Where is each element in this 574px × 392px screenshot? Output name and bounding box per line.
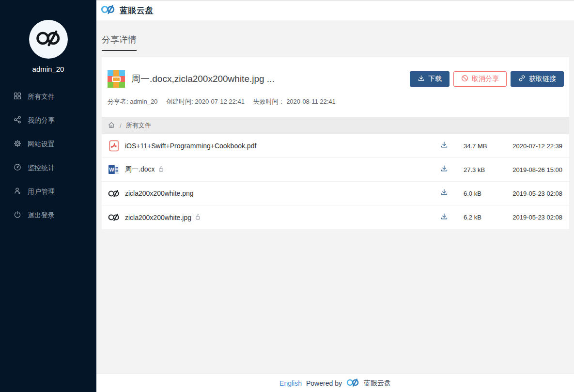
row-download-icon[interactable] xyxy=(440,213,464,222)
file-date: 2019-08-26 15:00 xyxy=(508,166,562,173)
avatar[interactable] xyxy=(29,20,68,59)
image-infinity-icon xyxy=(108,189,120,198)
sidebar: admin_20 所有文件 xyxy=(0,0,96,392)
footer: English Powered by 蓝眼云盘 xyxy=(96,374,574,392)
expire-value: 2020-08-11 22:41 xyxy=(286,98,336,105)
sidebar-item-label: 我的分享 xyxy=(28,116,55,125)
breadcrumb-separator: / xyxy=(120,122,122,129)
sidebar-item-label: 网站设置 xyxy=(28,140,55,149)
content-area: 分享详情 周一.docx,zicla200x200white.jpg ... xyxy=(96,20,574,374)
sidebar-item-user-management[interactable]: 用户管理 xyxy=(0,180,96,204)
page-title: 分享详情 xyxy=(102,34,137,51)
file-row-pdf[interactable]: iOS+11+Swift+Programming+Cookbook.pdf 34… xyxy=(102,134,569,158)
app-title[interactable]: 蓝眼云盘 xyxy=(120,5,154,16)
file-row-png[interactable]: zicla200x200white.png 6.0 kB 2019-05-23 … xyxy=(102,182,569,205)
share-title: 周一.docx,zicla200x200white.jpg ... xyxy=(131,73,410,85)
sidebar-item-site-settings[interactable]: 网站设置 xyxy=(0,132,96,156)
share-meta: 分享者: admin_20 创建时间: 2020-07-12 22:41 失效时… xyxy=(102,93,569,117)
sidebar-item-logout[interactable]: 退出登录 xyxy=(0,204,96,227)
zip-archive-icon xyxy=(108,70,125,88)
created-label: 创建时间: xyxy=(166,98,193,105)
powered-by-text: Powered by xyxy=(306,379,342,387)
unlock-icon xyxy=(195,214,201,221)
main-area: 蓝眼云盘 分享详情 周一.docx,zicla200x200white.jpg … xyxy=(96,0,574,392)
file-size: 6.2 kB xyxy=(464,214,508,221)
footer-brand-link[interactable]: 蓝眼云盘 xyxy=(364,379,391,388)
file-list: iOS+11+Swift+Programming+Cookbook.pdf 34… xyxy=(102,134,569,229)
sidebar-username: admin_20 xyxy=(0,65,96,73)
file-row-jpg[interactable]: zicla200x200white.jpg xyxy=(102,205,569,229)
breadcrumb: / 所有文件 xyxy=(102,117,569,134)
file-size: 27.3 kB xyxy=(464,166,508,173)
sharer-label: 分享者: xyxy=(108,98,128,105)
gear-icon xyxy=(14,140,21,149)
sidebar-item-label: 退出登录 xyxy=(28,211,55,220)
svg-text:W: W xyxy=(109,167,114,172)
grid-icon xyxy=(14,92,21,101)
language-link[interactable]: English xyxy=(279,379,302,387)
gauge-icon xyxy=(14,163,21,172)
power-icon xyxy=(14,211,21,220)
row-download-icon[interactable] xyxy=(440,141,464,151)
file-name[interactable]: zicla200x200white.png xyxy=(125,189,440,197)
cancel-share-button[interactable]: 取消分享 xyxy=(453,71,507,87)
share-icon xyxy=(14,116,21,125)
download-icon xyxy=(418,75,425,83)
file-date: 2019-05-23 02:08 xyxy=(508,214,562,221)
get-link-button[interactable]: 获取链接 xyxy=(511,71,564,87)
prohibition-icon xyxy=(461,75,468,83)
top-header: 蓝眼云盘 xyxy=(96,0,574,20)
created-value: 2020-07-12 22:41 xyxy=(195,98,245,105)
file-name[interactable]: zicla200x200white.jpg xyxy=(125,214,440,221)
sharer-value: admin_20 xyxy=(130,98,157,105)
download-button[interactable]: 下载 xyxy=(410,71,450,87)
file-date: 2020-07-12 22:39 xyxy=(508,142,562,150)
file-name[interactable]: iOS+11+Swift+Programming+Cookbook.pdf xyxy=(125,142,440,150)
pdf-file-icon xyxy=(108,140,120,152)
file-name[interactable]: 周一.docx xyxy=(125,165,440,174)
share-head: 周一.docx,zicla200x200white.jpg ... 下载 xyxy=(102,57,569,93)
file-date: 2019-05-23 02:08 xyxy=(508,190,562,197)
file-row-docx[interactable]: W 周一.docx xyxy=(102,158,569,182)
sidebar-item-my-shares[interactable]: 我的分享 xyxy=(0,109,96,132)
sidebar-item-label: 监控统计 xyxy=(28,164,55,172)
row-download-icon[interactable] xyxy=(440,188,464,198)
word-file-icon: W xyxy=(108,164,120,175)
expire-label: 失效时间： xyxy=(253,98,285,105)
users-icon xyxy=(14,187,21,196)
sidebar-item-monitoring[interactable]: 监控统计 xyxy=(0,156,96,180)
home-icon[interactable] xyxy=(108,121,115,130)
breadcrumb-root[interactable]: 所有文件 xyxy=(126,121,151,130)
share-actions: 下载 取消分享 xyxy=(410,71,564,87)
sidebar-item-all-files[interactable]: 所有文件 xyxy=(0,85,96,109)
unlock-icon xyxy=(158,166,164,173)
share-detail-card: 周一.docx,zicla200x200white.jpg ... 下载 xyxy=(102,57,569,229)
row-download-icon[interactable] xyxy=(440,165,464,174)
image-infinity-icon xyxy=(108,213,120,221)
sidebar-nav: 所有文件 我的分享 网站设置 xyxy=(0,85,96,227)
sidebar-item-label: 用户管理 xyxy=(28,188,55,196)
app-logo-infinity-icon[interactable] xyxy=(101,4,115,16)
footer-infinity-icon xyxy=(346,378,359,389)
sidebar-item-label: 所有文件 xyxy=(28,93,55,101)
file-size: 6.0 kB xyxy=(464,190,508,197)
file-size: 34.7 MB xyxy=(464,142,508,150)
brand-infinity-icon xyxy=(36,30,61,49)
app-window: admin_20 所有文件 xyxy=(0,0,574,392)
link-icon xyxy=(518,75,526,83)
